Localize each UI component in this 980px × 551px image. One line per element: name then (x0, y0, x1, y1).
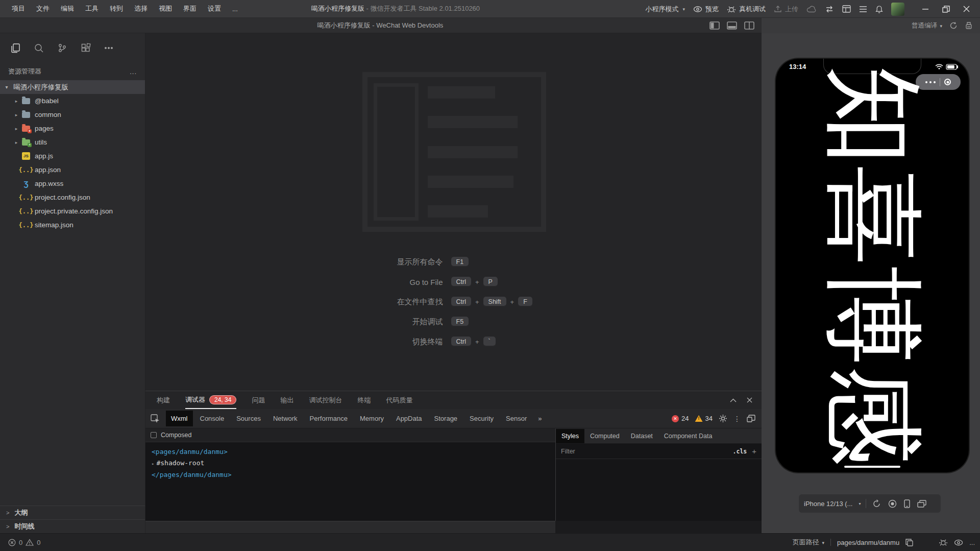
stop-icon[interactable] (888, 499, 897, 508)
tree-root[interactable]: ▾ 喝酒小程序修复版 (0, 80, 145, 94)
styles-filter-input[interactable]: Filter (561, 448, 728, 455)
layout-icon[interactable] (842, 5, 851, 13)
device-frame-icon[interactable] (904, 499, 910, 508)
bell-icon[interactable] (875, 5, 883, 13)
tree-item-sitemap[interactable]: {..} sitemap.json (0, 218, 145, 232)
close-button[interactable] (958, 2, 975, 17)
tree-item-projectconfig[interactable]: {..} project.config.json (0, 190, 145, 204)
outline-section[interactable]: > 大纲 (0, 506, 145, 519)
kebab-menu-icon[interactable]: ⋮ (733, 415, 741, 423)
dock-side-icon[interactable] (747, 415, 755, 422)
new-style-rule-button[interactable]: + (752, 447, 756, 456)
close-panel-icon[interactable] (747, 397, 752, 403)
devtools-tab-sources[interactable]: Sources (231, 411, 266, 426)
tree-item-utils[interactable]: ▸ + utils (0, 135, 145, 149)
upload-button[interactable]: 上传 (774, 5, 798, 14)
devtools-tab-sensor[interactable]: Sensor (501, 411, 532, 426)
tab-output[interactable]: 输出 (280, 391, 293, 409)
remote-debug-button[interactable]: 真机调试 (727, 5, 766, 14)
maximize-button[interactable] (937, 2, 954, 17)
console-error-count[interactable]: ✕ 24 (672, 415, 689, 422)
devtools-tab-security[interactable]: Security (464, 411, 499, 426)
menu-project[interactable]: 项目 (7, 2, 30, 15)
shadow-root-label: #shadow-root (156, 459, 204, 467)
clear-cache-icon[interactable] (965, 21, 973, 30)
cloud-icon[interactable] (806, 6, 817, 13)
source-control-icon[interactable] (57, 43, 67, 53)
menu-overflow[interactable]: ... (228, 3, 242, 15)
sync-arrows-icon[interactable] (825, 6, 834, 13)
device-selector[interactable]: iPhone 12/13 (... (804, 500, 852, 508)
devtools-tab-performance[interactable]: Performance (305, 411, 353, 426)
menu-settings[interactable]: 设置 (203, 2, 226, 15)
devtools-tab-console[interactable]: Console (195, 411, 230, 426)
page-path-selector[interactable]: 页面路径 ▾ (793, 538, 824, 547)
minimize-button[interactable] (917, 2, 934, 17)
mode-selector[interactable]: 小程序模式 ▾ (645, 5, 685, 14)
devtools-tab-network[interactable]: Network (268, 411, 303, 426)
preview-button[interactable]: 预览 (693, 5, 719, 14)
timeline-section[interactable]: > 时间线 (0, 519, 145, 533)
toggle-split-panel-icon[interactable] (744, 21, 754, 30)
console-warning-count[interactable]: 34 (695, 415, 713, 422)
tab-terminal[interactable]: 终端 (357, 391, 371, 409)
devtools-tab-wxml[interactable]: Wxml (166, 411, 193, 426)
rotate-device-icon[interactable] (872, 499, 881, 508)
devtools-tab-storage[interactable]: Storage (429, 411, 463, 426)
compile-mode-selector[interactable]: 普通编译 ▾ (912, 21, 942, 30)
tab-debugger[interactable]: 调试器 24, 34 (185, 391, 236, 409)
tree-item-pages[interactable]: ▸ ✶ pages (0, 122, 145, 135)
tree-item-appjs[interactable]: JS app.js (0, 149, 145, 163)
devtools-tab-appdata[interactable]: AppData (391, 411, 427, 426)
menu-tools[interactable]: 工具 (81, 2, 103, 15)
dom-shadow-root[interactable]: ▸#shadow-root (152, 458, 555, 469)
menu-view[interactable]: 视图 (154, 2, 177, 15)
tab-code-quality[interactable]: 代码质量 (386, 391, 412, 409)
menu-interface[interactable]: 界面 (179, 2, 201, 15)
problems-summary[interactable]: 0 0 (0, 539, 40, 546)
tab-debug-console[interactable]: 调试控制台 (309, 391, 342, 409)
gear-icon[interactable] (719, 414, 727, 423)
toggle-left-panel-icon[interactable] (709, 21, 720, 30)
devtools-tab-memory[interactable]: Memory (355, 411, 389, 426)
menu-goto[interactable]: 转到 (105, 2, 128, 15)
composed-checkbox[interactable] (151, 432, 157, 438)
explorer-more-icon[interactable]: ... (130, 68, 137, 76)
toggle-class-button[interactable]: .cls (733, 448, 747, 455)
menu-edit[interactable]: 编辑 (56, 2, 79, 15)
tab-build[interactable]: 构建 (157, 391, 170, 409)
tab-problems[interactable]: 问题 (252, 391, 265, 409)
user-avatar[interactable] (891, 3, 904, 16)
horizontal-scrollbar-track[interactable] (145, 521, 555, 533)
inspect-element-icon[interactable] (151, 414, 160, 423)
eye-icon[interactable] (954, 539, 963, 546)
more-tabs-icon[interactable]: » (534, 415, 546, 422)
hamburger-menu-icon[interactable] (859, 6, 867, 12)
more-actions-icon[interactable]: ... (969, 539, 975, 546)
menu-file[interactable]: 文件 (32, 2, 54, 15)
collapse-panel-icon[interactable] (730, 397, 737, 403)
debug-icon[interactable] (939, 538, 948, 546)
tab-styles[interactable]: Styles (556, 429, 584, 443)
capsule-close-icon[interactable] (944, 79, 951, 85)
tab-computed[interactable]: Computed (584, 429, 625, 443)
dom-open-tag[interactable]: <pages/danmu/danmu> (152, 446, 555, 458)
menu-select[interactable]: 选择 (130, 2, 152, 15)
copy-icon[interactable] (905, 539, 913, 546)
phone-simulator[interactable]: 13:14 知喜博感 (776, 59, 969, 472)
separate-window-icon[interactable] (917, 500, 926, 508)
extensions-icon[interactable] (81, 43, 91, 53)
tree-item-projectprivateconfig[interactable]: {..} project.private.config.json (0, 204, 145, 218)
tree-item-common[interactable]: ▸ common (0, 108, 145, 122)
explorer-icon[interactable] (10, 43, 20, 53)
more-views-icon[interactable] (104, 46, 113, 50)
search-icon[interactable] (34, 43, 44, 53)
tab-component-data[interactable]: Component Data (658, 429, 718, 443)
toggle-bottom-panel-icon[interactable] (727, 21, 737, 30)
tree-item-appjson[interactable]: {..} app.json (0, 163, 145, 177)
refresh-icon[interactable] (949, 21, 958, 30)
tree-item-appwxss[interactable]: Ʒ app.wxss (0, 177, 145, 190)
dom-close-tag[interactable]: </pages/danmu/danmu> (152, 469, 555, 481)
tab-dataset[interactable]: Dataset (625, 429, 658, 443)
tree-item-babel[interactable]: ▸ @babel (0, 94, 145, 108)
